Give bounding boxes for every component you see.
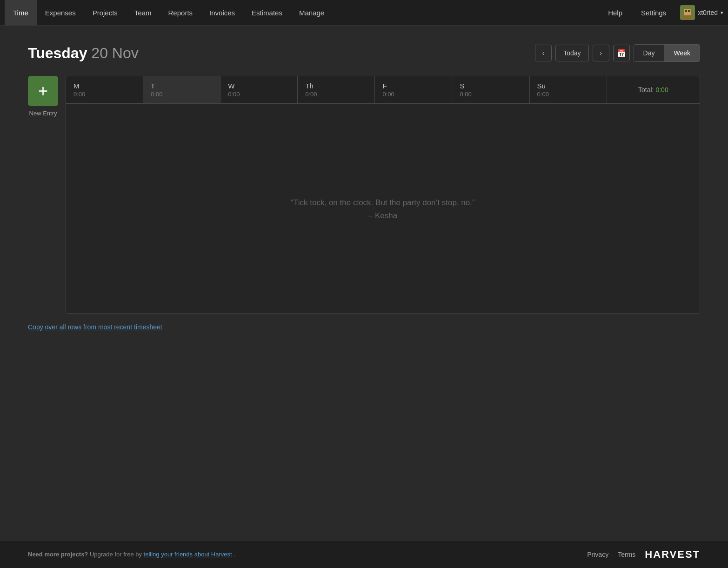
privacy-link[interactable]: Privacy bbox=[587, 551, 608, 558]
svg-rect-4 bbox=[688, 10, 690, 12]
prev-button[interactable]: ‹ bbox=[535, 45, 552, 61]
nav-item-time[interactable]: Time bbox=[5, 0, 37, 26]
total-value: 0:00 bbox=[655, 86, 668, 94]
terms-link[interactable]: Terms bbox=[618, 551, 635, 558]
day-col-fri: F 0:00 bbox=[375, 76, 452, 103]
day-hours-thu: 0:00 bbox=[305, 91, 367, 98]
quote-container: “Tick tock, on the clock. But the party … bbox=[272, 178, 493, 239]
new-entry-label: New Entry bbox=[29, 110, 57, 117]
day-hours-mon: 0:00 bbox=[73, 91, 135, 98]
day-col-sun: Su 0:00 bbox=[530, 76, 607, 103]
avatar bbox=[680, 5, 695, 20]
harvest-logo: HARVEST bbox=[645, 548, 700, 561]
day-name-sun: Su bbox=[537, 82, 599, 90]
day-name-mon: M bbox=[73, 82, 135, 90]
day-view-button[interactable]: Day bbox=[634, 45, 664, 61]
nav-item-reports[interactable]: Reports bbox=[160, 0, 201, 26]
harvest-referral-link[interactable]: telling your friends about Harvest bbox=[144, 551, 232, 558]
day-col-tue: T 0:00 bbox=[143, 76, 220, 103]
week-view-button[interactable]: Week bbox=[664, 45, 700, 61]
nav-right: Help Settings xt0rted ▾ bbox=[603, 0, 723, 26]
day-col-thu: Th 0:00 bbox=[298, 76, 375, 103]
week-body: “Tick tock, on the clock. But the party … bbox=[66, 104, 700, 313]
footer-text-prefix: Need more projects? bbox=[28, 551, 88, 558]
user-menu[interactable]: xt0rted ▾ bbox=[680, 5, 723, 20]
date-bold: Tuesday bbox=[28, 45, 87, 61]
total-label: Total: bbox=[638, 86, 654, 94]
day-hours-sun: 0:00 bbox=[537, 91, 599, 98]
nav-item-invoices[interactable]: Invoices bbox=[201, 0, 243, 26]
nav-item-projects[interactable]: Projects bbox=[84, 0, 126, 26]
chevron-down-icon: ▾ bbox=[721, 10, 723, 16]
copy-link-area: Copy over all rows from most recent time… bbox=[28, 323, 700, 331]
footer-left: Need more projects? Upgrade for free by … bbox=[28, 551, 235, 558]
timesheet-container: + New Entry M 0:00 T 0:00 W 0:00 Th bbox=[28, 76, 700, 314]
date-controls: ‹ Today › 📅 Day Week bbox=[535, 44, 700, 62]
calendar-button[interactable]: 📅 bbox=[613, 45, 630, 61]
nav-item-expenses[interactable]: Expenses bbox=[37, 0, 84, 26]
new-entry-button[interactable]: + New Entry bbox=[28, 76, 58, 314]
nav-item-team[interactable]: Team bbox=[126, 0, 160, 26]
new-entry-icon: + bbox=[28, 76, 58, 106]
date-header: Tuesday 20 Nov ‹ Today › 📅 Day Week bbox=[28, 44, 700, 62]
nav-item-manage[interactable]: Manage bbox=[291, 0, 333, 26]
nav-settings[interactable]: Settings bbox=[636, 0, 671, 26]
week-header: M 0:00 T 0:00 W 0:00 Th 0:00 F 0:00 bbox=[66, 76, 700, 104]
footer: Need more projects? Upgrade for free by … bbox=[0, 540, 728, 568]
day-col-mon: M 0:00 bbox=[66, 76, 143, 103]
day-name-wed: W bbox=[228, 82, 290, 90]
day-name-sat: S bbox=[460, 82, 521, 90]
day-hours-wed: 0:00 bbox=[228, 91, 290, 98]
day-hours-fri: 0:00 bbox=[382, 91, 444, 98]
day-hours-sat: 0:00 bbox=[460, 91, 521, 98]
footer-text-middle: Upgrade for free by bbox=[90, 551, 144, 558]
day-hours-tue: 0:00 bbox=[151, 91, 213, 98]
calendar-icon: 📅 bbox=[617, 49, 626, 58]
user-name: xt0rted bbox=[698, 9, 718, 16]
copy-timesheet-button[interactable]: Copy over all rows from most recent time… bbox=[28, 323, 162, 331]
footer-right: Privacy Terms HARVEST bbox=[587, 548, 700, 561]
footer-text-suffix: . bbox=[234, 551, 235, 558]
quote-author: – Kesha bbox=[291, 211, 474, 221]
nav-help[interactable]: Help bbox=[603, 0, 627, 26]
day-name-fri: F bbox=[382, 82, 444, 90]
day-col-wed: W 0:00 bbox=[220, 76, 298, 103]
page-title: Tuesday 20 Nov bbox=[28, 45, 139, 62]
day-name-thu: Th bbox=[305, 82, 367, 90]
week-table: M 0:00 T 0:00 W 0:00 Th 0:00 F 0:00 bbox=[66, 76, 700, 314]
day-col-sat: S 0:00 bbox=[452, 76, 529, 103]
main-nav: Time Expenses Projects Team Reports Invo… bbox=[0, 0, 728, 26]
week-total-header: Total: 0:00 bbox=[607, 76, 700, 103]
svg-rect-3 bbox=[685, 10, 687, 12]
nav-left: Time Expenses Projects Team Reports Invo… bbox=[5, 0, 603, 26]
day-name-tue: T bbox=[151, 82, 213, 90]
next-button[interactable]: › bbox=[593, 45, 609, 61]
nav-item-estimates[interactable]: Estimates bbox=[243, 0, 291, 26]
view-toggle: Day Week bbox=[634, 44, 700, 62]
svg-rect-2 bbox=[684, 9, 691, 15]
date-month: 20 Nov bbox=[91, 45, 138, 61]
quote-text: “Tick tock, on the clock. But the party … bbox=[291, 196, 474, 209]
today-button[interactable]: Today bbox=[555, 45, 588, 61]
main-content: Tuesday 20 Nov ‹ Today › 📅 Day Week + Ne… bbox=[0, 26, 728, 350]
